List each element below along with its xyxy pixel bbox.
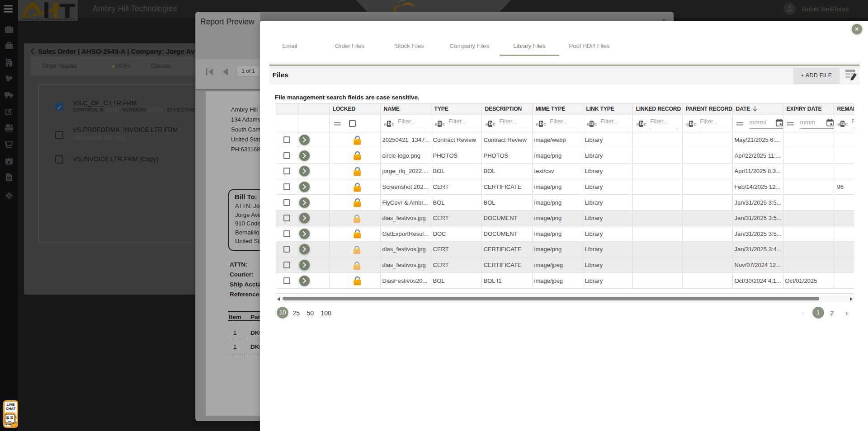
svg-text:AMBRY HILL TECHNOLOGIES: AMBRY HILL TECHNOLOGIES [21,18,75,21]
